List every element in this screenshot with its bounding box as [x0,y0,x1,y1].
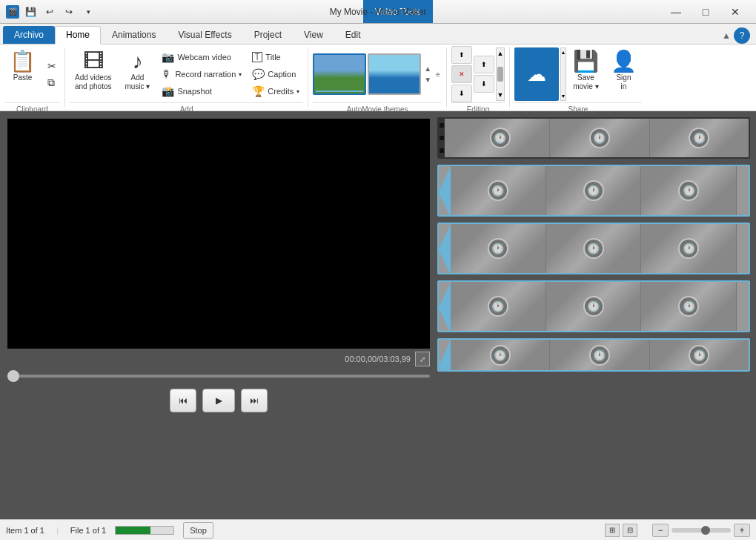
clipboard-small-btns: ✂ ⧉ [44,47,60,101]
edit-btn-5[interactable]: ⬇ [474,75,494,93]
film-segment[interactable]: 🕐 [546,166,642,215]
add-videos-button[interactable]: 🎞 Add videosand photos [70,47,117,101]
undo-btn[interactable]: ↩ [42,4,58,20]
sign-in-button[interactable]: 👤 Signin [606,47,642,101]
edit-btn-4[interactable]: ⬆ [474,56,494,73]
timeline-row-3[interactable]: 🕐 🕐 🕐 [437,223,750,274]
share-scroll-up[interactable]: ▲ [560,50,566,55]
title-button[interactable]: 🅃 Title [248,49,303,65]
theme-item-1[interactable] [313,53,366,95]
cloud-btn[interactable]: ☁ [514,47,559,101]
webcam-icon: 📷 [162,51,174,63]
theme-item-2[interactable] [368,53,421,95]
tab-project[interactable]: Project [243,26,293,44]
tab-edit[interactable]: Edit [334,26,372,44]
credits-label: Credits [268,87,294,96]
paste-button[interactable]: 📋 Paste [4,47,41,101]
next-frame-btn[interactable]: ⏭ [241,389,268,412]
edit-btn-2[interactable]: ✕ [451,65,472,83]
stop-button[interactable]: Stop [183,522,213,539]
zoom-out-btn[interactable]: − [652,524,669,537]
zoom-in-btn[interactable]: + [734,524,750,537]
film-segment[interactable]: 🕐 [550,340,649,370]
seek-bar[interactable] [7,369,430,383]
add-content: 🎞 Add videosand photos ♪ Addmusic ▾ 📷 We… [70,47,303,101]
film-segment[interactable]: 🕐 [546,282,642,331]
caption-button[interactable]: 💬 Caption [248,66,303,82]
editing-scrollbar[interactable]: ▲ ▼ [496,47,505,101]
close-btn[interactable]: ✕ [720,0,750,24]
zoom-bar[interactable] [672,528,731,533]
help-btn[interactable]: ? [734,27,750,44]
expand-preview-btn[interactable]: ⤢ [415,352,430,366]
film-segment[interactable]: 🕐 [650,119,749,157]
cloud-icon: ☁ [527,63,546,86]
edit-btn-3[interactable]: ⬇ [451,85,472,102]
film-segment[interactable]: 🕐 [451,282,546,331]
row-arrow-right [737,166,749,217]
timeline-row-1[interactable]: 🕐 🕐 🕐 [437,117,750,159]
paste-label: Paste [13,73,33,82]
editing-scroll-up[interactable]: ▲ [497,50,503,57]
timeline-row-5[interactable]: 🕐 🕐 🕐 [437,338,750,372]
customize-btn[interactable]: ▾ [80,4,96,20]
webcam-button[interactable]: 📷 Webcam video [158,49,245,65]
seek-thumb[interactable] [7,370,19,382]
copy-button[interactable]: ⧉ [44,75,60,91]
save-movie-button[interactable]: 💾 Savemovie ▾ [568,47,604,101]
minimize-btn[interactable]: — [661,0,691,24]
film-segment[interactable]: 🕐 [451,224,546,273]
seek-track[interactable] [7,375,430,378]
add-music-button[interactable]: ♪ Addmusic ▾ [120,47,156,101]
film-segment[interactable]: 🕐 [641,282,737,331]
credits-button[interactable]: 🏆 Credits ▾ [248,83,303,99]
film-segment[interactable]: 🕐 [641,224,737,273]
tab-home[interactable]: Home [55,26,101,45]
film-segment[interactable]: 🕐 [650,340,749,370]
snapshot-button[interactable]: 📸 Snapshot [158,83,245,99]
save-movie-label: Savemovie ▾ [573,73,598,91]
cut-button[interactable]: ✂ [44,58,60,74]
timeline-row-4[interactable]: 🕐 🕐 🕐 [437,280,750,332]
tab-visual-effects[interactable]: Visual Effects [167,26,242,44]
film-segment[interactable]: 🕐 [550,119,649,157]
maximize-btn[interactable]: □ [691,0,720,24]
film-strip-3: 🕐 🕐 🕐 [439,224,749,273]
play-btn[interactable]: ▶ [202,389,235,412]
timeline-area[interactable]: 🕐 🕐 🕐 🕐 🕐 🕐 [437,111,756,519]
themes-expand[interactable]: ≡ [434,70,442,79]
film-clock: 🕐 [488,296,508,317]
add-music-icon: ♪ [132,51,142,72]
film-segment[interactable]: 🕐 [451,340,550,370]
row-arrow-left [439,340,451,372]
film-segment[interactable]: 🕐 [546,224,642,273]
edit-btn-1[interactable]: ⬆ [451,46,472,64]
sign-in-label: Signin [616,73,631,91]
film-segment[interactable]: 🕐 [451,166,546,215]
timeline-icon[interactable]: ⊟ [623,524,637,537]
zoom-thumb[interactable] [701,526,710,535]
themes-scroll-down[interactable]: ▼ [422,75,433,85]
themes-scroll-up[interactable]: ▲ [422,64,433,73]
share-scrollbar[interactable]: ▲ ▼ [560,47,566,101]
video-preview [7,119,430,349]
prev-frame-btn[interactable]: ⏮ [170,389,196,412]
time-text: 00:00,00/03:03,99 [345,355,411,363]
storyboard-icon[interactable]: ⊞ [605,524,620,537]
edit-btn-col-2: ⬆ ⬇ [474,56,494,93]
tab-animations[interactable]: Animations [101,26,167,44]
status-icons: ⊞ ⊟ [605,524,637,537]
save-quick-btn[interactable]: 💾 [22,4,39,20]
film-clock: 🕐 [490,128,511,148]
film-segment[interactable]: 🕐 [451,119,550,157]
share-scroll-down[interactable]: ▼ [560,93,566,99]
redo-btn[interactable]: ↪ [61,4,77,20]
tab-view[interactable]: View [293,26,334,44]
film-segment[interactable]: 🕐 [641,166,737,215]
collapse-ribbon-btn[interactable]: ▲ [722,30,731,41]
timeline-row-2[interactable]: 🕐 🕐 🕐 [437,165,750,217]
record-narration-button[interactable]: 🎙 Record narration ▾ [158,66,245,82]
editing-scroll-down[interactable]: ▼ [497,91,503,99]
zoom-controls: − + [652,524,750,537]
tab-archivo[interactable]: Archivo [3,26,55,44]
